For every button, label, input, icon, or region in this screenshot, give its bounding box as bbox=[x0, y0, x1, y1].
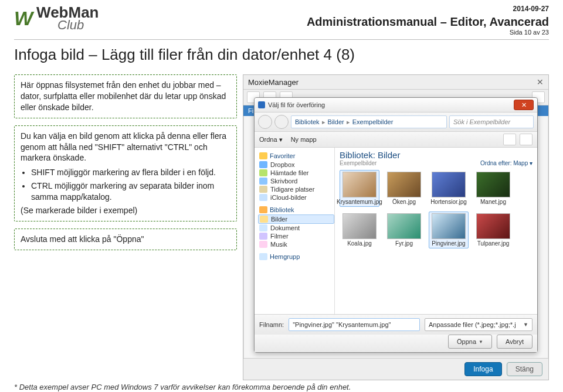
library-sort[interactable]: Ordna efter: Mapp ▾ bbox=[480, 160, 533, 166]
doc-date: 2014-09-27 bbox=[307, 5, 549, 13]
thumbnail-image bbox=[342, 213, 377, 239]
win7-nav: Bibliotek▸ Bilder▸ Exempelbilder Sök i E… bbox=[255, 113, 537, 132]
view-options-icon[interactable] bbox=[503, 134, 516, 145]
open-button[interactable]: Öppna▼ bbox=[448, 335, 492, 349]
filetype-filter[interactable]: Anpassade filer (*.jpeg;*.jpg;*.j ▼ bbox=[425, 318, 533, 331]
sidebar-item-music[interactable]: Musik bbox=[258, 240, 334, 248]
thumbnail-6[interactable]: Pingviner.jpg bbox=[429, 212, 469, 248]
thumbnail-image bbox=[432, 213, 466, 239]
library-title: Bibliotek: Bilder bbox=[340, 150, 400, 160]
breadcrumb[interactable]: Bibliotek▸ Bilder▸ Exempelbilder bbox=[291, 115, 447, 128]
logo: W WebMan Club bbox=[14, 5, 99, 32]
win7-caption: Välj fil för överföring bbox=[268, 101, 325, 108]
moxie-title: MoxieManager bbox=[248, 78, 299, 87]
moxiemanager-window: MoxieManager ✕ Fil Välj fil för överföri… bbox=[243, 74, 549, 380]
win7-title-icon bbox=[258, 101, 265, 108]
win7-open-dialog: Välj fil för överföring ✕ Bibliotek▸ Bil… bbox=[254, 97, 538, 353]
thumbnail-4[interactable]: Koala.jpg bbox=[340, 212, 379, 248]
moxie-close-button[interactable]: Stäng bbox=[507, 362, 542, 376]
filename-field[interactable]: "Pingviner.jpg" "Krysantemum.jpg" bbox=[289, 318, 420, 331]
thumbnail-image bbox=[476, 172, 510, 197]
callout-intro-text: Här öppnas filsystemet från den enhet du… bbox=[21, 80, 226, 112]
thumbnail-1[interactable]: Öken.jpg bbox=[384, 170, 424, 207]
page-header: W WebMan Club 2014-09-27 Administrations… bbox=[0, 0, 563, 37]
thumbnail-label: Fyr.jpg bbox=[395, 240, 413, 247]
thumbnail-image bbox=[387, 172, 421, 197]
search-placeholder: Sök i Exempelbilder bbox=[453, 118, 510, 125]
thumbnail-2[interactable]: Hortensior.jpg bbox=[429, 170, 469, 207]
homegroup-icon bbox=[259, 253, 267, 260]
filter-value: Anpassade filer (*.jpeg;*.jpg;*.j bbox=[429, 321, 516, 328]
thumbnail-0[interactable]: Krysantemum.jpg bbox=[340, 170, 379, 207]
callout-open-text: Avsluta med att klicka på "Öppna" bbox=[21, 234, 144, 244]
library-header: Bibliotek: Bilder Exempelbilder Ordna ef… bbox=[335, 148, 537, 166]
help-icon[interactable] bbox=[520, 134, 533, 145]
win7-sidebar: Favoriter Dropbox Hämtade filer Skrivbor… bbox=[255, 148, 335, 314]
win7-close-button[interactable]: ✕ bbox=[514, 100, 534, 110]
sidebar-item-desktop[interactable]: Skrivbord bbox=[258, 177, 334, 185]
header-right: 2014-09-27 Administrationsmanual – Edito… bbox=[307, 5, 549, 36]
chevron-down-icon: ▼ bbox=[479, 339, 483, 345]
thumbnail-3[interactable]: Manet.jpg bbox=[473, 170, 513, 207]
thumbnail-label: Tulpaner.jpg bbox=[477, 240, 510, 247]
callout-bullet-ctrl: CTRL möjliggör markering av separata bil… bbox=[31, 180, 230, 203]
breadcrumb-2[interactable]: Exempelbilder bbox=[352, 118, 394, 125]
footnote: * Detta exempel avser PC med Windows 7 v… bbox=[0, 383, 563, 391]
logo-text: WebMan Club bbox=[36, 5, 99, 32]
filename-label: Filnamn: bbox=[259, 321, 284, 328]
logo-sub: Club bbox=[57, 19, 99, 32]
moxie-insert-button[interactable]: Infoga bbox=[464, 362, 501, 376]
sidebar-item-videos[interactable]: Filmer bbox=[258, 232, 334, 240]
callout-bullet-shift: SHIFT möjliggör markering av flera bilde… bbox=[31, 167, 230, 178]
sidebar-item-downloads[interactable]: Hämtade filer bbox=[258, 169, 334, 177]
moxie-close-icon[interactable]: ✕ bbox=[537, 77, 544, 87]
breadcrumb-0[interactable]: Bibliotek bbox=[295, 118, 320, 125]
thumbnail-5[interactable]: Fyr.jpg bbox=[384, 212, 424, 248]
sidebar-item-icloud[interactable]: iCloud-bilder bbox=[258, 193, 334, 202]
moxie-bottom-bar: Infoga Stäng bbox=[243, 358, 548, 380]
thumbnail-area: Krysantemum.jpgÖken.jpgHortensior.jpgMan… bbox=[335, 166, 537, 250]
thumbnail-image bbox=[476, 213, 510, 239]
callout-shift-ctrl: Du kan välja en bild genom att klicka på… bbox=[14, 125, 237, 221]
thumbnail-label: Öken.jpg bbox=[392, 199, 416, 205]
thumbnail-image bbox=[342, 172, 377, 197]
sidebar-item-pictures[interactable]: Bilder bbox=[258, 214, 334, 224]
forward-button[interactable] bbox=[274, 115, 289, 129]
thumbnail-image bbox=[432, 172, 466, 197]
side-libraries: Bibliotek bbox=[270, 206, 294, 213]
doc-title: Administrationsmanual – Editor, Avancera… bbox=[307, 15, 549, 29]
cancel-button[interactable]: Avbryt bbox=[497, 335, 533, 349]
libraries-icon bbox=[259, 206, 267, 213]
thumbnail-label: Pingviner.jpg bbox=[432, 240, 465, 247]
win7-toolbar: Ordna ▾ Ny mapp bbox=[255, 132, 537, 148]
thumbnail-label: Krysantemum.jpg bbox=[337, 199, 382, 205]
callout-intro: Här öppnas filsystemet från den enhet du… bbox=[14, 74, 237, 118]
thumbnail-image bbox=[387, 213, 421, 239]
moxie-titlebar: MoxieManager ✕ bbox=[243, 75, 548, 90]
breadcrumb-1[interactable]: Bilder bbox=[328, 118, 344, 125]
favorites-icon bbox=[259, 152, 267, 159]
win7-footer: Filnamn: "Pingviner.jpg" "Krysantemum.jp… bbox=[255, 314, 537, 335]
thumbnail-7[interactable]: Tulpaner.jpg bbox=[473, 212, 513, 248]
side-homegroup: Hemgrupp bbox=[270, 253, 300, 260]
sidebar-item-dropbox[interactable]: Dropbox bbox=[258, 161, 334, 169]
back-button[interactable] bbox=[258, 115, 272, 129]
toolbar-new-folder[interactable]: Ny mapp bbox=[291, 136, 317, 144]
side-favorites: Favoriter bbox=[270, 152, 295, 159]
callout-open: Avsluta med att klicka på "Öppna" bbox=[14, 229, 237, 250]
sidebar-item-recent[interactable]: Tidigare platser bbox=[258, 185, 334, 193]
library-subtitle: Exempelbilder bbox=[340, 160, 400, 166]
chevron-down-icon: ▼ bbox=[523, 322, 528, 328]
section-title: Infoga bild – Lägg till filer från din d… bbox=[0, 46, 563, 64]
header-rule bbox=[14, 39, 549, 40]
page-number: Sida 10 av 23 bbox=[307, 29, 549, 36]
sidebar-item-documents[interactable]: Dokument bbox=[258, 224, 334, 232]
thumbnail-label: Hortensior.jpg bbox=[430, 199, 467, 205]
logo-mark-icon: W bbox=[14, 7, 33, 30]
filename-value: "Pingviner.jpg" "Krysantemum.jpg" bbox=[293, 321, 391, 328]
win7-titlebar: Välj fil för överföring ✕ bbox=[255, 98, 537, 113]
toolbar-organize[interactable]: Ordna ▾ bbox=[259, 136, 283, 144]
search-input[interactable]: Sök i Exempelbilder bbox=[449, 115, 534, 128]
win7-button-row: Öppna▼ Avbryt bbox=[255, 335, 537, 352]
callout-shift-ctrl-text: Du kan välja en bild genom att klicka på… bbox=[21, 131, 226, 163]
